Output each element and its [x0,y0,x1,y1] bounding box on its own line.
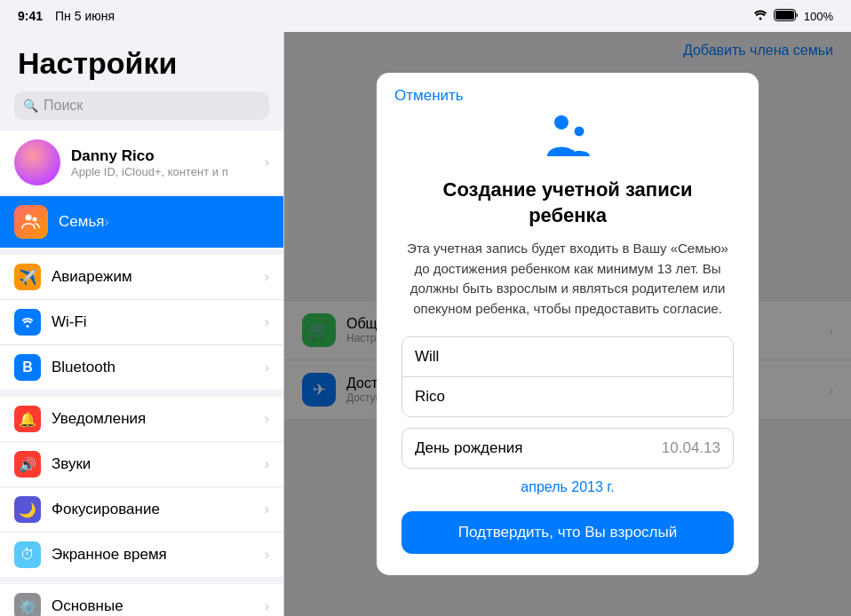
dialog-body: Создание учетной записи ребенка Эта учет… [377,105,759,575]
focus-chevron: › [265,501,269,517]
airplane-chevron: › [265,269,269,285]
search-icon: 🔍 [23,99,38,113]
settings-group-general: ⚙️ Основные › 📱 Пункт управления › [0,584,283,616]
main-content: Добавить члена семьи 🛒 Общие покупки Нас… [284,32,851,616]
bluetooth-label: Bluetooth [52,359,265,376]
battery-icon [774,9,799,24]
dob-input-group[interactable]: День рождения 10.04.13 [402,428,734,469]
wifi-icon [752,9,768,23]
battery-percent: 100% [804,10,833,23]
svg-point-6 [554,115,569,130]
settings-row-sounds[interactable]: 🔊 Звуки › [0,442,283,487]
focus-icon: 🌙 [14,496,41,523]
family-illustration-icon [537,112,599,169]
notifications-label: Уведомления [52,410,265,428]
settings-row-screentime[interactable]: ⏱ Экранное время › [0,533,283,577]
settings-row-general[interactable]: ⚙️ Основные › [0,584,283,616]
search-placeholder: Поиск [44,98,83,114]
general-chevron: › [265,598,269,614]
status-time: 9:41 [18,9,43,23]
status-bar-right: 100% [752,9,833,24]
ipad-screen: 9:41 Пн 5 июня 100% [0,0,851,616]
dob-label: День рождения [415,439,662,457]
settings-group-network: ✈️ Авиарежим › Wi-Fi › [0,255,283,390]
user-profile-row[interactable]: Danny Rico Apple ID, iCloud+, контент и … [0,130,283,194]
dialog-title: Создание учетной записи ребенка [402,178,734,228]
general-icon: ⚙️ [14,593,41,616]
create-child-account-dialog: Отменить [377,73,759,575]
family-row[interactable]: Семья › [0,196,283,248]
focus-label: Фокусирование [52,501,265,518]
notifications-icon: 🔔 [14,406,41,432]
last-name-input[interactable] [402,377,733,416]
dialog-description: Эта учетная запись будет входить в Вашу … [402,239,734,319]
status-bar-left: 9:41 Пн 5 июня [18,9,115,23]
settings-group-notifications: 🔔 Уведомления › 🔊 Звуки › 🌙 Фокусировани… [0,397,283,577]
status-date: Пн 5 июня [55,9,115,23]
cancel-button[interactable]: Отменить [394,87,464,105]
avatar-inner [14,139,60,186]
svg-point-5 [27,325,29,328]
month-year-display: апрель 2013 г. [402,479,734,495]
sidebar-title: Настройки [0,32,283,88]
notifications-chevron: › [265,411,269,427]
svg-point-4 [33,217,37,222]
settings-row-notifications[interactable]: 🔔 Уведомления › [0,397,283,442]
name-input-group [402,336,734,417]
bluetooth-chevron: › [265,359,269,375]
settings-row-bluetooth[interactable]: B Bluetooth › [0,345,283,390]
first-name-input[interactable] [402,337,733,377]
wifi-settings-icon [14,309,41,336]
sounds-icon: 🔊 [14,451,41,478]
user-info: Danny Rico Apple ID, iCloud+, контент и … [71,147,265,178]
settings-row-focus[interactable]: 🌙 Фокусирование › [0,487,283,533]
settings-row-wifi[interactable]: Wi-Fi › [0,300,283,345]
user-subtitle: Apple ID, iCloud+, контент и п [71,165,240,178]
wifi-chevron: › [265,314,269,330]
svg-point-7 [575,126,585,136]
user-row-chevron: › [265,154,269,170]
user-name: Danny Rico [71,147,265,165]
bluetooth-icon: B [14,354,41,381]
screentime-icon: ⏱ [14,541,41,568]
airplane-label: Авиарежим [52,268,265,286]
sounds-chevron: › [265,456,269,472]
general-label: Основные [52,597,265,615]
airplane-icon: ✈️ [14,264,41,290]
wifi-label: Wi-Fi [52,313,265,331]
settings-layout: Настройки 🔍 Поиск Danny Rico Apple ID, i… [0,32,851,616]
dob-row[interactable]: День рождения 10.04.13 [402,429,733,468]
svg-point-0 [759,18,761,20]
screentime-chevron: › [265,547,269,563]
settings-row-airplane[interactable]: ✈️ Авиарежим › [0,255,283,300]
sounds-label: Звуки [52,455,265,473]
sidebar: Настройки 🔍 Поиск Danny Rico Apple ID, i… [0,32,284,616]
dialog-header: Отменить [377,73,759,105]
family-label: Семья [59,213,104,231]
svg-point-3 [26,215,32,221]
screentime-label: Экранное время [52,546,265,564]
confirm-adult-button[interactable]: Подтвердить, что Вы взрослый [402,511,734,554]
dob-value: 10.04.13 [662,439,720,457]
avatar [14,139,60,186]
search-bar[interactable]: 🔍 Поиск [14,91,269,120]
family-chevron: › [104,214,108,230]
status-bar: 9:41 Пн 5 июня 100% [0,0,851,32]
family-icon [14,205,48,239]
svg-rect-2 [775,11,794,20]
